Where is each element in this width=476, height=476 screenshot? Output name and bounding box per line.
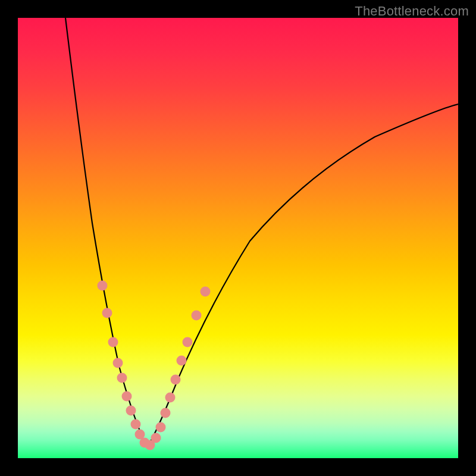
curve-right	[148, 104, 458, 446]
data-dot	[98, 281, 108, 291]
chart-frame: TheBottleneck.com	[0, 0, 476, 476]
data-dot	[102, 308, 112, 318]
data-dot	[122, 392, 132, 402]
data-dot	[113, 358, 123, 368]
data-dot	[126, 406, 136, 416]
data-dot	[177, 356, 187, 366]
data-dot	[165, 393, 176, 403]
data-dot	[171, 375, 181, 385]
data-dot	[156, 422, 166, 433]
data-dot	[131, 419, 141, 430]
curve-left	[65, 18, 148, 446]
plot-area	[18, 18, 458, 458]
watermark-text: TheBottleneck.com	[355, 4, 469, 19]
data-dots	[98, 281, 211, 450]
data-dot	[108, 337, 118, 347]
data-dot	[201, 287, 211, 297]
plot-svg	[18, 18, 458, 458]
data-dot	[183, 337, 193, 347]
data-dot	[192, 311, 202, 321]
data-dot	[117, 373, 127, 383]
data-dot	[161, 408, 171, 418]
data-dot	[151, 433, 161, 443]
